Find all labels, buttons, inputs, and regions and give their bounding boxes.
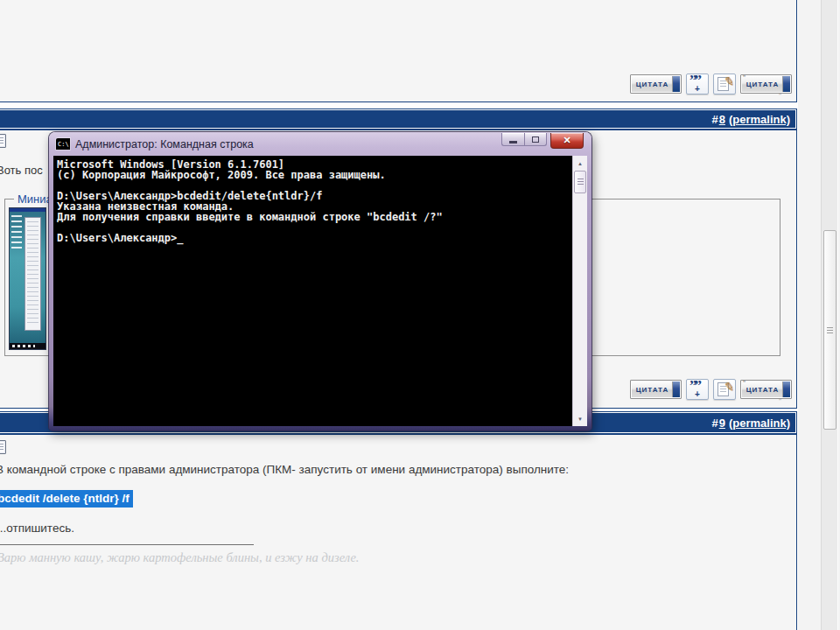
quote-button[interactable]: ЦИТАТА [630,74,682,94]
post-9-instruction: В командной строке с правами администрат… [0,463,569,476]
thumbnail-titlebar [10,208,46,212]
scrollbar-grip [578,178,584,186]
quote-deco: „ [779,392,781,401]
post-8-button-row: ЦИТАТА ”” + ✎ ” ЦИТАТА „ [630,379,792,400]
scroll-down-arrow[interactable]: ▼ [573,412,587,425]
cmd-window: C:\ Администратор: Командная строка ✕ Mi… [49,132,592,430]
quick-edit-icon[interactable]: ✎ [713,74,736,94]
quote-button-label: ЦИТАТА [636,80,676,88]
scroll-up-arrow[interactable]: ▲ [573,157,587,170]
console-line: Для получения справки введите в командно… [57,212,569,222]
post-doc-icon [0,440,6,454]
signature-text: Варю манную кашу, жарю картофельные блин… [0,550,359,565]
multiquote-plus: + [695,389,700,399]
highlighted-command[interactable]: bcdedit /delete {ntldr} /f [0,490,133,508]
cmd-window-controls: ✕ [501,133,584,149]
post-9-anchor-link[interactable]: 9 [719,416,725,430]
post-8-permalink-link[interactable]: (permalink) [729,113,790,126]
quote-selected-button[interactable]: ” ЦИТАТА „ [740,380,792,399]
quote-deco: „ [779,87,781,95]
signature-divider [0,544,254,545]
pencil-icon: ✎ [724,379,736,394]
post-9-followup: ...отпишитесь. [0,522,74,535]
quote-deco: ” [743,379,746,388]
close-icon: ✕ [563,135,570,146]
console-area[interactable]: Microsoft Windows [Version 6.1.7601] (c)… [53,156,587,426]
thumbnail-taskbar [10,343,46,349]
console-scrollbar-track[interactable]: ▲ ▼ [572,156,587,426]
quote-deco: ” [743,74,746,82]
cmd-app-icon: C:\ [56,138,70,150]
post-doc-icon [0,134,6,148]
post-8-header-bar: #8 (permalink) [0,108,797,130]
console-prompt-line: D:\Users\Александр>_ [57,233,569,243]
cmd-window-title: Администратор: Командная строка [75,138,254,150]
maximize-icon [532,136,539,143]
post-9-permalink-link[interactable]: (permalink) [729,416,790,430]
quick-edit-icon[interactable]: ✎ [713,379,736,400]
post-8-text: Воть пос [0,164,43,177]
quote-button-cap [782,76,790,92]
console-line: (c) Корпорация Майкрософт, 2009. Все пра… [57,170,569,180]
close-button[interactable]: ✕ [550,133,584,149]
multiquote-plus: + [695,84,700,94]
pencil-icon: ✎ [724,74,736,88]
post-9-hash: # [711,416,718,430]
thumbnail-desktop-icons [11,215,22,250]
scrollbar-grip [827,327,833,335]
quote-button[interactable]: ЦИТАТА [630,380,682,399]
post-8-anchor-link[interactable]: 8 [719,113,725,126]
console-output: Microsoft Windows [Version 6.1.7601] (c)… [57,159,569,243]
attachment-thumbnail[interactable] [9,207,46,350]
post-7-button-row: ЦИТАТА ”” + ✎ ” ЦИТАТА „ [630,74,792,94]
minimize-button[interactable] [501,133,524,146]
minimize-icon [509,141,517,144]
post-7-box: ЦИТАТА ”” + ✎ ” ЦИТАТА „ [0,0,797,102]
post-8-hash: # [711,113,718,126]
post-9-box: В командной строке с правами администрат… [0,434,797,630]
console-scrollbar-thumb[interactable] [574,171,586,193]
quote-button-label: ЦИТАТА [636,386,676,394]
browser-scrollbar-track[interactable] [821,0,838,630]
page-right-margin [798,0,840,630]
multiquote-icon[interactable]: ”” + [686,379,709,400]
maximize-button[interactable] [524,133,547,146]
quote-button-cap [672,76,680,92]
browser-scrollbar-thumb[interactable] [823,230,836,430]
forum-page: ЦИТАТА ”” + ✎ ” ЦИТАТА „ #8 (permalink) [0,0,840,630]
thumbnail-window [24,217,41,331]
quote-button-cap [672,382,680,397]
quote-button-cap [782,382,790,397]
quote-selected-button[interactable]: ” ЦИТАТА „ [740,74,792,94]
multiquote-icon[interactable]: ”” + [686,74,709,94]
